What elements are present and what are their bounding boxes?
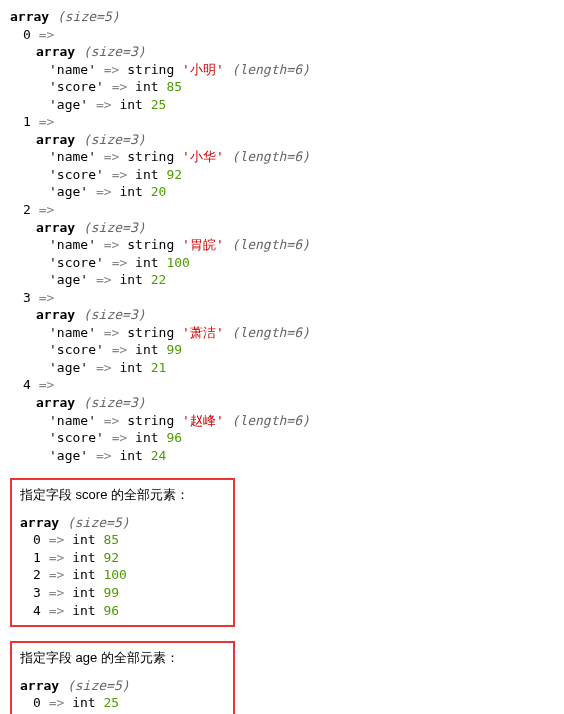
token-array-inner: array [36, 132, 75, 147]
token-array-inner: array [36, 220, 75, 235]
record-age-line: 'age' => int 20 [10, 183, 554, 201]
record-name-line: 'name' => string '萧洁' (length=6) [10, 324, 554, 342]
token-array: array [10, 9, 49, 24]
box-item-line: 0 => int 25 [20, 694, 225, 712]
box-item-line: 3 => int 99 [20, 584, 225, 602]
record-age-line: 'age' => int 22 [10, 271, 554, 289]
record-block: 0 => array (size=3) 'name' => string '小明… [10, 26, 554, 114]
box-array-token: array [20, 515, 59, 530]
record-index: 1 [23, 114, 31, 129]
record-size: (size=3) [83, 307, 146, 322]
record-score-line: 'score' => int 99 [10, 341, 554, 359]
result-box: 指定字段 score 的全部元素： array (size=5) 0 => in… [10, 478, 235, 627]
record-block: 1 => array (size=3) 'name' => string '小华… [10, 113, 554, 201]
token-array-inner: array [36, 395, 75, 410]
record-size: (size=3) [83, 395, 146, 410]
record-score-line: 'score' => int 100 [10, 254, 554, 272]
record-block: 4 => array (size=3) 'name' => string '赵峰… [10, 376, 554, 464]
record-index: 3 [23, 290, 31, 305]
record-index: 0 [23, 27, 31, 42]
record-name-line: 'name' => string '胃皖' (length=6) [10, 236, 554, 254]
record-score-line: 'score' => int 96 [10, 429, 554, 447]
box-item-line: 4 => int 96 [20, 602, 225, 620]
record-name-line: 'name' => string '小华' (length=6) [10, 148, 554, 166]
record-score-line: 'score' => int 92 [10, 166, 554, 184]
box-size: (size=5) [67, 515, 130, 530]
record-size: (size=3) [83, 132, 146, 147]
box-array-token: array [20, 678, 59, 693]
box-item-line: 2 => int 100 [20, 566, 225, 584]
record-size: (size=3) [83, 220, 146, 235]
record-age-line: 'age' => int 25 [10, 96, 554, 114]
box-item-line: 1 => int 92 [20, 549, 225, 567]
outer-size: (size=5) [57, 9, 120, 24]
record-size: (size=3) [83, 44, 146, 59]
result-box-title: 指定字段 score 的全部元素： [20, 486, 225, 504]
token-array-inner: array [36, 44, 75, 59]
result-box-title: 指定字段 age 的全部元素： [20, 649, 225, 667]
token-array-inner: array [36, 307, 75, 322]
record-name-line: 'name' => string '小明' (length=6) [10, 61, 554, 79]
record-block: 2 => array (size=3) 'name' => string '胃皖… [10, 201, 554, 289]
record-index: 4 [23, 377, 31, 392]
record-score-line: 'score' => int 85 [10, 78, 554, 96]
record-name-line: 'name' => string '赵峰' (length=6) [10, 412, 554, 430]
box-size: (size=5) [67, 678, 130, 693]
record-age-line: 'age' => int 21 [10, 359, 554, 377]
record-age-line: 'age' => int 24 [10, 447, 554, 465]
record-block: 3 => array (size=3) 'name' => string '萧洁… [10, 289, 554, 377]
record-index: 2 [23, 202, 31, 217]
result-box: 指定字段 age 的全部元素： array (size=5) 0 => int … [10, 641, 235, 714]
vardump-output: array (size=5) 0 => array (size=3) 'name… [10, 8, 554, 464]
box-item-line: 0 => int 85 [20, 531, 225, 549]
